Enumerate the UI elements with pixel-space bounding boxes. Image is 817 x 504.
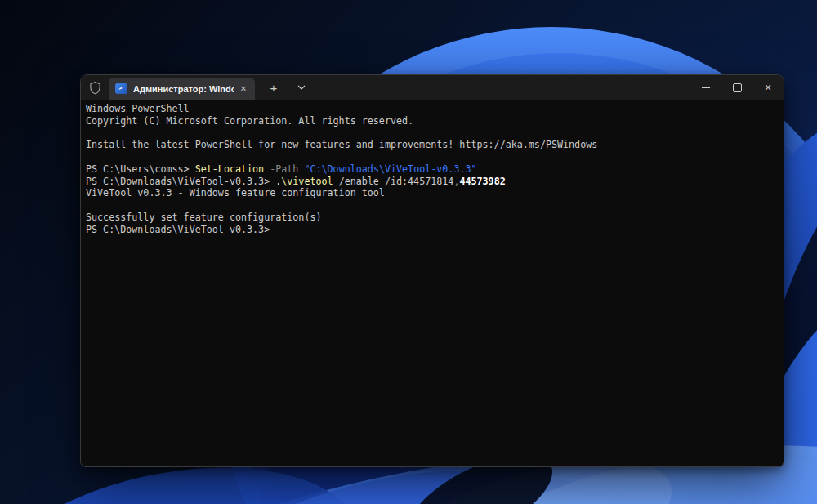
minimize-icon xyxy=(702,87,710,88)
maximize-button[interactable] xyxy=(721,75,752,100)
terminal-line xyxy=(86,199,779,212)
terminal-text-span: "C:\Downloads\ViVeTool-v0.3.3" xyxy=(304,163,476,175)
powershell-icon: >_ xyxy=(115,83,127,94)
terminal-text-span: Successfully set feature configuration(s… xyxy=(86,212,322,223)
terminal-text-span: Set-Location xyxy=(195,163,264,175)
tab-dropdown-button[interactable] xyxy=(291,77,312,98)
terminal-output[interactable]: Windows PowerShellCopyright (C) Microsof… xyxy=(81,100,784,466)
terminal-text-span: /enable /id:44571814 xyxy=(333,176,454,187)
terminal-line xyxy=(86,127,779,140)
terminal-text-span: PS C:\Users\comss> xyxy=(86,163,195,175)
terminal-line: PS C:\Downloads\ViVeTool-v0.3.3> xyxy=(86,224,779,236)
terminal-text-span: Install the latest PowerShell for new fe… xyxy=(86,139,597,150)
terminal-line xyxy=(86,151,779,163)
terminal-text-span: PS C:\Downloads\ViVeTool-v0.3.3> xyxy=(86,224,270,235)
chevron-down-icon xyxy=(297,85,306,90)
tab-powershell[interactable]: >_ Администратор: Windows PowerShell ✕ xyxy=(109,78,255,100)
new-tab-button[interactable]: + xyxy=(263,77,284,98)
terminal-text-span: Copyright (C) Microsoft Corporation. All… xyxy=(86,115,413,127)
terminal-line: PS C:\Users\comss> Set-Location -Path "C… xyxy=(86,163,779,176)
terminal-text-span: .\vivetool xyxy=(275,176,333,187)
tab-close-icon[interactable]: ✕ xyxy=(237,83,250,96)
minimize-button[interactable] xyxy=(690,75,721,100)
tab-title: Администратор: Windows PowerShell xyxy=(133,84,234,94)
terminal-text-span: 44573982 xyxy=(459,176,505,187)
terminal-line: Successfully set feature configuration(s… xyxy=(86,212,779,224)
terminal-text-span: Windows PowerShell xyxy=(86,103,190,114)
terminal-line: PS C:\Downloads\ViVeTool-v0.3.3> .\vivet… xyxy=(86,176,779,188)
close-icon: ✕ xyxy=(764,83,771,92)
close-button[interactable]: ✕ xyxy=(752,75,784,100)
terminal-line: Windows PowerShell xyxy=(86,103,779,115)
terminal-line: Copyright (C) Microsoft Corporation. All… xyxy=(86,115,779,127)
maximize-icon xyxy=(733,83,742,92)
terminal-text-span: ViVeTool v0.3.3 - Windows feature config… xyxy=(86,187,385,198)
terminal-text-span: PS C:\Downloads\ViVeTool-v0.3.3> xyxy=(86,176,275,187)
terminal-line: ViVeTool v0.3.3 - Windows feature config… xyxy=(86,187,779,199)
shield-icon xyxy=(89,81,101,95)
terminal-text-span: -Path xyxy=(270,163,298,175)
titlebar[interactable]: >_ Администратор: Windows PowerShell ✕ +… xyxy=(81,75,784,100)
admin-shield-wrap xyxy=(81,75,109,100)
terminal-window: >_ Администратор: Windows PowerShell ✕ +… xyxy=(81,75,784,466)
terminal-line: Install the latest PowerShell for new fe… xyxy=(86,139,779,151)
caption-buttons: ✕ xyxy=(690,75,784,100)
